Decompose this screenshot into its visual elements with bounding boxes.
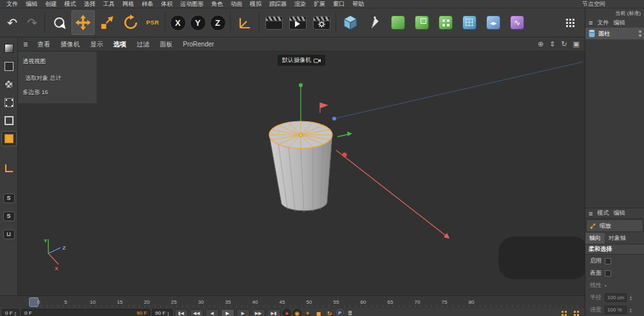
enable-axis-button[interactable] <box>1 161 17 176</box>
am-menu-edit[interactable]: 编辑 <box>613 209 625 217</box>
viewport-zoom-icon[interactable]: ⇕ <box>549 40 555 48</box>
render-view-button[interactable] <box>262 10 285 35</box>
polygon-mode-button[interactable] <box>1 131 17 146</box>
menu-mograph[interactable]: 运动图形 <box>176 0 207 8</box>
vp-menu-filter[interactable]: 过滤 <box>132 39 154 50</box>
viewport-pan-icon[interactable]: ⊕ <box>538 40 544 48</box>
key-parameter-button[interactable]: P <box>336 309 344 316</box>
instance-button[interactable] <box>410 10 433 35</box>
vp-menu-panel[interactable]: 面板 <box>155 39 177 50</box>
object-manager-empty[interactable] <box>585 39 644 208</box>
menu-spline[interactable]: 样条 <box>138 0 157 8</box>
hud-view-label[interactable]: 透视视图 <box>23 57 46 66</box>
move-button[interactable] <box>71 10 95 35</box>
current-space-dropdown[interactable]: 当前 (标准) <box>585 8 644 17</box>
menu-create[interactable]: 创建 <box>41 0 61 8</box>
record-button[interactable]: ● <box>283 309 291 316</box>
menu-help[interactable]: 帮助 <box>348 0 368 8</box>
viewport-canvas[interactable]: Y Z X 透视视图 选取对象 总计 多边形 16 默认摄像机 <box>18 52 585 295</box>
magnet-snap-button[interactable]: ⊔ <box>1 226 17 242</box>
strength-spinner[interactable]: ▴▾ <box>630 308 632 313</box>
timeline-range-bar[interactable]: 0 F 90 F <box>21 309 150 316</box>
tab-axis[interactable]: 轴向 <box>585 233 605 244</box>
cube-primitive-button[interactable] <box>339 10 362 35</box>
model-mode-button[interactable] <box>1 59 17 74</box>
play-button[interactable]: ▶ <box>221 309 234 316</box>
viewport-maximize-icon[interactable]: ▣ <box>573 40 580 48</box>
make-editable-button[interactable] <box>1 41 17 56</box>
autokey-button[interactable]: ◉ <box>293 309 301 316</box>
spline-pen-button[interactable] <box>363 10 386 35</box>
viewport-hamburger-icon[interactable]: ≡ <box>23 40 28 49</box>
start-frame-spinner[interactable]: ▴▾ <box>15 311 17 316</box>
scale-button[interactable] <box>95 10 118 35</box>
layout-palette-button[interactable] <box>574 311 576 313</box>
menu-volume[interactable]: 体积 <box>157 0 176 8</box>
key-rotation-button[interactable]: ↻ <box>325 309 334 316</box>
key-pla-button[interactable]: ⠿ <box>346 309 355 316</box>
menu-window[interactable]: 窗口 <box>329 0 348 8</box>
am-hamburger-icon[interactable]: ≡ <box>589 210 592 217</box>
redo-button[interactable]: ↷ <box>23 10 42 35</box>
menu-select[interactable]: 选择 <box>80 0 99 8</box>
object-origin-dot[interactable] <box>299 133 303 137</box>
volume-builder-button[interactable] <box>458 10 481 35</box>
vp-menu-display[interactable]: 显示 <box>86 39 108 50</box>
vp-menu-camera[interactable]: 摄像机 <box>56 39 84 50</box>
commander-button[interactable] <box>559 10 582 35</box>
snap-settings-button[interactable]: S <box>1 208 17 224</box>
symmetry-button[interactable]: ◂▸ <box>482 10 505 35</box>
start-frame-field[interactable]: 0 F ▴▾ <box>2 309 19 316</box>
deformer-button[interactable]: ∿ <box>506 10 529 35</box>
next-key-button[interactable]: ▶▶ <box>252 309 265 316</box>
undo-button[interactable]: ↶ <box>3 10 22 35</box>
key-position-button[interactable]: + <box>303 309 312 316</box>
edge-mode-button[interactable] <box>1 113 17 128</box>
menu-file[interactable]: 文件 <box>3 0 22 8</box>
render-settings-button[interactable] <box>310 10 333 35</box>
om-menu-file[interactable]: 文件 <box>597 19 609 27</box>
rotate-button[interactable] <box>119 10 142 35</box>
menu-tools[interactable]: 工具 <box>99 0 118 8</box>
subdivision-surface-button[interactable] <box>386 10 410 35</box>
keying-palette-button[interactable] <box>562 311 564 313</box>
node-space-label[interactable]: 节点空间 <box>582 0 641 8</box>
cylinder-object[interactable] <box>269 121 332 212</box>
object-axis-dropdown[interactable]: 对象轴 <box>605 233 630 244</box>
am-menu-mode[interactable]: 模式 <box>597 209 609 217</box>
radius-input[interactable]: 100 cm <box>605 293 627 302</box>
vp-menu-prorender[interactable]: ProRender <box>178 40 218 48</box>
goto-start-button[interactable]: ▮◀ <box>175 309 188 316</box>
radius-spinner[interactable]: ▴▾ <box>630 295 632 301</box>
end-frame-field[interactable]: 90 F ▴▾ <box>152 309 173 316</box>
y-axis-handle[interactable] <box>299 83 303 87</box>
om-menu-edit[interactable]: 编辑 <box>613 19 625 27</box>
menu-render[interactable]: 渲染 <box>290 0 310 8</box>
y-lock-button[interactable]: Y <box>188 10 207 35</box>
enable-checkbox[interactable] <box>605 258 611 264</box>
goto-end-button[interactable]: ▶▮ <box>267 309 281 316</box>
timeline-ruler[interactable]: 0 5 10 15 20 25 30 35 40 45 50 55 60 65 … <box>0 295 585 308</box>
key-scale-button[interactable]: ◼ <box>314 309 323 316</box>
live-selection-button[interactable] <box>48 10 71 35</box>
object-row-cylinder[interactable]: 圆柱 <box>585 28 644 39</box>
snap-toggle-button[interactable]: S <box>1 190 17 206</box>
viewport-orbit-icon[interactable]: ↻ <box>561 40 567 48</box>
menu-tracker[interactable]: 跟踪器 <box>265 0 290 8</box>
psr-button[interactable]: PSR <box>143 10 162 35</box>
menu-character[interactable]: 角色 <box>207 0 227 8</box>
surface-checkbox[interactable] <box>605 270 611 277</box>
active-tool-row[interactable]: 缩放 <box>586 219 643 232</box>
menu-mode[interactable]: 模式 <box>61 0 80 8</box>
menu-animate[interactable]: 动画 <box>227 0 246 8</box>
vp-menu-options[interactable]: 选项 <box>109 39 131 50</box>
strength-input[interactable]: 100 % <box>605 306 627 314</box>
next-frame-button[interactable]: ▶ <box>236 309 250 316</box>
menu-edit[interactable]: 编辑 <box>22 0 41 8</box>
coordinate-system-button[interactable] <box>233 10 256 35</box>
soft-selection-header[interactable]: 柔和选择 <box>585 244 644 255</box>
render-picture-viewer-button[interactable] <box>286 10 309 35</box>
point-mode-button[interactable] <box>1 95 17 110</box>
menu-extensions[interactable]: 扩展 <box>310 0 329 8</box>
visibility-dots-icon[interactable] <box>639 30 641 33</box>
